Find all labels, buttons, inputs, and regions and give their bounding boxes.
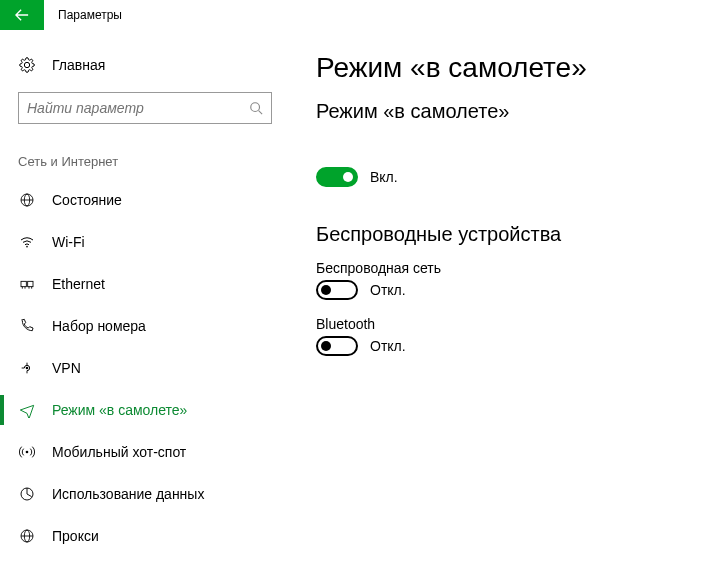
toggle-knob (321, 341, 331, 351)
sidebar-item-wifi[interactable]: Wi-Fi (0, 221, 290, 263)
search-box[interactable] (18, 92, 272, 124)
wifi-toggle[interactable] (316, 280, 358, 300)
wifi-state: Откл. (370, 282, 406, 298)
back-button[interactable] (0, 0, 44, 30)
bluetooth-toggle[interactable] (316, 336, 358, 356)
svg-rect-6 (21, 281, 26, 286)
airplane-mode-toggle[interactable] (316, 167, 358, 187)
svg-line-1 (259, 111, 263, 115)
search-icon (249, 101, 263, 115)
sidebar-item-label: Режим «в самолете» (52, 402, 187, 418)
wifi-icon (18, 234, 36, 250)
svg-rect-7 (28, 281, 33, 286)
toggle-knob (321, 285, 331, 295)
wifi-label: Беспроводная сеть (316, 260, 694, 276)
bluetooth-label: Bluetooth (316, 316, 694, 332)
data-usage-icon (18, 486, 36, 502)
sidebar-item-ethernet[interactable]: Ethernet (0, 263, 290, 305)
window-title: Параметры (58, 8, 122, 22)
ethernet-icon (18, 276, 36, 292)
sidebar-home[interactable]: Главная (0, 44, 290, 86)
vpn-icon (18, 360, 36, 376)
section-airplane-heading: Режим «в самолете» (316, 100, 694, 123)
gear-icon (18, 57, 36, 73)
sidebar-home-label: Главная (52, 57, 105, 73)
sidebar-item-dialup[interactable]: Набор номера (0, 305, 290, 347)
svg-point-13 (26, 451, 29, 454)
bluetooth-state: Откл. (370, 338, 406, 354)
sidebar-item-data-usage[interactable]: Использование данных (0, 473, 290, 515)
sidebar-item-label: Набор номера (52, 318, 146, 334)
airplane-mode-state: Вкл. (370, 169, 398, 185)
toggle-knob (343, 172, 353, 182)
sidebar-item-status[interactable]: Состояние (0, 179, 290, 221)
sidebar-item-label: VPN (52, 360, 81, 376)
sidebar-item-label: Прокси (52, 528, 99, 544)
sidebar-item-label: Мобильный хот-спот (52, 444, 186, 460)
sidebar-item-proxy[interactable]: Прокси (0, 515, 290, 557)
sidebar-item-vpn[interactable]: VPN (0, 347, 290, 389)
airplane-icon (18, 402, 36, 418)
sidebar-item-label: Использование данных (52, 486, 204, 502)
hotspot-icon (18, 444, 36, 460)
arrow-left-icon (15, 8, 29, 22)
page-title: Режим «в самолете» (316, 52, 694, 84)
titlebar: Параметры (0, 0, 704, 30)
sidebar-item-label: Ethernet (52, 276, 105, 292)
sidebar-item-label: Состояние (52, 192, 122, 208)
search-input[interactable] (27, 100, 249, 116)
svg-point-5 (26, 246, 28, 248)
svg-point-0 (251, 103, 260, 112)
sidebar: Главная Сеть и Интернет Состояние (0, 30, 290, 571)
svg-point-12 (26, 367, 29, 370)
sidebar-item-hotspot[interactable]: Мобильный хот-спот (0, 431, 290, 473)
sidebar-item-label: Wi-Fi (52, 234, 85, 250)
globe-icon (18, 192, 36, 208)
sidebar-section-label: Сеть и Интернет (0, 124, 290, 179)
proxy-icon (18, 528, 36, 544)
wireless-devices-heading: Беспроводные устройства (316, 223, 694, 246)
sidebar-nav: Состояние Wi-Fi Ethernet Набор номера (0, 179, 290, 557)
sidebar-item-airplane-mode[interactable]: Режим «в самолете» (0, 389, 290, 431)
phone-icon (18, 318, 36, 334)
main-panel: Режим «в самолете» Режим «в самолете» Вк… (290, 30, 704, 571)
